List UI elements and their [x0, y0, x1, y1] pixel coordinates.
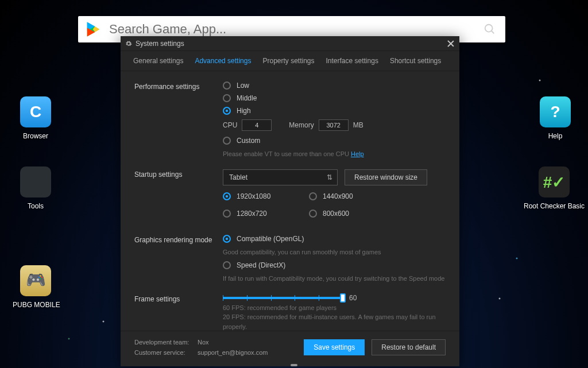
- slider-thumb[interactable]: [340, 293, 346, 303]
- help-icon: ?: [540, 96, 571, 127]
- page-indicator: [291, 364, 297, 366]
- icon-label: Browser: [13, 132, 59, 140]
- tab-advanced[interactable]: Advanced settings: [189, 53, 257, 71]
- save-settings-button[interactable]: Save settings: [304, 339, 365, 355]
- graphics-directx-radio[interactable]: Speed (DirectX): [223, 261, 446, 269]
- icon-label: Tools: [13, 202, 59, 210]
- customer-service-label: Customer service:: [134, 347, 198, 358]
- graphics-opengl-radio[interactable]: Compatible (OpenGL): [223, 235, 446, 243]
- svg-line-5: [492, 31, 494, 34]
- system-settings-dialog: System settings General settings Advance…: [121, 36, 459, 366]
- browser-icon: C: [20, 96, 51, 127]
- graphics-label: Graphics rendering mode: [134, 235, 223, 288]
- tools-icon: [20, 166, 51, 197]
- cpu-label: CPU: [223, 121, 237, 129]
- performance-label: Performance settings: [134, 82, 223, 164]
- restore-default-button[interactable]: Restore to default: [372, 339, 446, 355]
- res-1280x720-radio[interactable]: 1280x720: [223, 210, 309, 218]
- memory-unit: MB: [353, 121, 363, 129]
- startup-label: Startup settings: [134, 169, 223, 229]
- desktop-icon-browser[interactable]: C Browser: [13, 96, 59, 140]
- svg-point-4: [485, 25, 493, 32]
- root-checker-icon: #✓: [539, 166, 570, 197]
- tab-property[interactable]: Property settings: [257, 53, 320, 71]
- customer-service-value: support_en@bignox.com: [198, 349, 268, 356]
- fps-slider[interactable]: [223, 297, 343, 299]
- perf-low-radio[interactable]: Low: [223, 82, 446, 90]
- desktop-icon-help[interactable]: ? Help: [532, 96, 578, 140]
- desktop-icon-root-checker[interactable]: #✓ Root Checker Basic: [523, 166, 586, 210]
- dialog-body: Performance settings Low Middle High CPU…: [121, 71, 459, 331]
- icon-label: Help: [532, 132, 578, 140]
- tab-interface[interactable]: Interface settings: [320, 53, 384, 71]
- dev-team-value: Nox: [198, 339, 209, 346]
- tab-shortcut[interactable]: Shortcut settings: [384, 53, 447, 71]
- vt-help-link[interactable]: Help: [351, 150, 364, 157]
- perf-custom-radio[interactable]: Custom: [223, 137, 446, 145]
- perf-high-radio[interactable]: High: [223, 107, 446, 115]
- vt-hint: Please enable VT to use more than one CP…: [223, 149, 446, 159]
- opengl-hint: Good compatibility, you can run smoothly…: [223, 247, 446, 257]
- dialog-titlebar: System settings: [121, 36, 459, 51]
- frame-label: Frame settings: [134, 294, 223, 331]
- res-1440x900-radio[interactable]: 1440x900: [309, 192, 395, 200]
- startup-mode-select[interactable]: Tablet ⇅: [223, 169, 338, 185]
- search-input[interactable]: [102, 22, 483, 37]
- search-icon[interactable]: [483, 23, 496, 36]
- close-icon[interactable]: [447, 40, 455, 48]
- desktop-icon-pubg[interactable]: 🎮 PUBG MOBILE: [13, 265, 59, 309]
- settings-tabs: General settings Advanced settings Prope…: [121, 51, 459, 71]
- perf-middle-radio[interactable]: Middle: [223, 94, 446, 102]
- dialog-title: System settings: [136, 40, 447, 48]
- fps-hint: 60 FPS: recommended for game players 20 …: [223, 303, 446, 331]
- directx-hint: If fail to run with Compatibility mode, …: [223, 274, 446, 284]
- memory-input[interactable]: 3072: [319, 119, 349, 131]
- fps-value: 60: [349, 294, 357, 302]
- icon-label: Root Checker Basic: [523, 202, 586, 210]
- res-800x600-radio[interactable]: 800x600: [309, 210, 395, 218]
- dialog-footer: Development team:Nox Customer service:su…: [121, 331, 459, 366]
- memory-label: Memory: [289, 121, 314, 129]
- tab-general[interactable]: General settings: [127, 53, 189, 71]
- chevron-updown-icon: ⇅: [327, 173, 332, 181]
- res-1920x1080-radio[interactable]: 1920x1080: [223, 192, 309, 200]
- cpu-input[interactable]: 4: [242, 119, 272, 131]
- gear-icon: [125, 40, 132, 47]
- icon-label: PUBG MOBILE: [13, 301, 59, 309]
- desktop-icon-tools[interactable]: Tools: [13, 166, 59, 210]
- restore-window-size-button[interactable]: Restore window size: [345, 169, 427, 185]
- pubg-icon: 🎮: [20, 265, 51, 296]
- dev-team-label: Development team:: [134, 337, 198, 348]
- play-store-icon: [85, 21, 102, 38]
